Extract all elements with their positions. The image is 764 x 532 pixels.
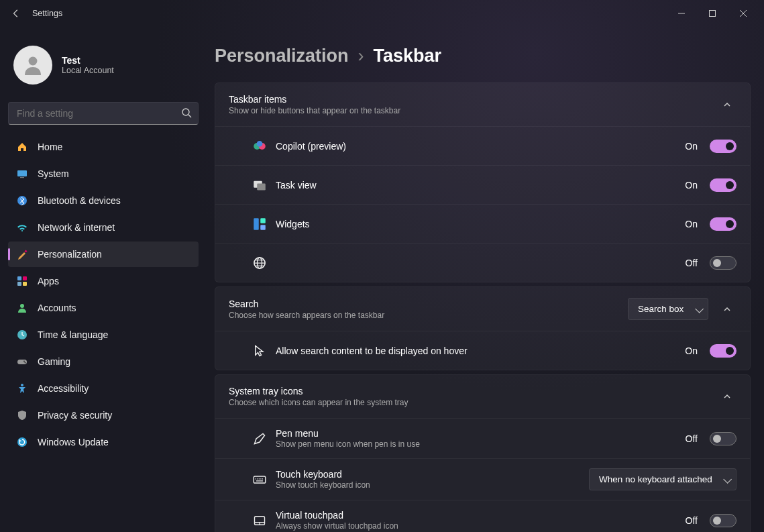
- toggle-widgets[interactable]: [710, 217, 736, 231]
- window-title: Settings: [32, 9, 62, 18]
- panel-header-search[interactable]: Search Choose how search appears on the …: [215, 287, 750, 331]
- close-button[interactable]: [728, 3, 759, 24]
- toggle-state: On: [685, 345, 698, 356]
- nav-privacy[interactable]: Privacy & security: [8, 403, 199, 428]
- nav-label: Gaming: [38, 356, 70, 367]
- nav-label: Time & language: [38, 329, 108, 340]
- svg-point-15: [25, 362, 26, 364]
- panel-system-tray: System tray icons Choose which icons can…: [215, 374, 751, 532]
- svg-rect-22: [257, 183, 266, 190]
- row-label: Touch keyboard: [276, 469, 580, 480]
- nav-accessibility[interactable]: Accessibility: [8, 376, 199, 401]
- svg-rect-13: [17, 360, 27, 364]
- copilot-icon: [253, 140, 266, 153]
- nav-personalization[interactable]: Personalization: [8, 242, 199, 267]
- user-subtitle: Local Account: [62, 66, 114, 75]
- minimize-button[interactable]: [666, 3, 697, 24]
- row-sublabel: Show pen menu icon when pen is in use: [276, 439, 676, 449]
- nav-label: Personalization: [38, 249, 102, 260]
- cursor-icon: [253, 344, 266, 358]
- nav-bluetooth[interactable]: Bluetooth & devices: [8, 188, 199, 213]
- nav-label: System: [38, 168, 69, 179]
- svg-rect-8: [23, 276, 27, 280]
- nav-label: Windows Update: [38, 437, 109, 447]
- chevron-up-icon: [718, 305, 736, 313]
- nav-network[interactable]: Network & internet: [8, 215, 199, 240]
- chevron-up-icon: [718, 101, 736, 109]
- panel-subtitle: Choose how search appears on the taskbar: [229, 311, 618, 320]
- toggle-state: On: [685, 141, 698, 152]
- chevron-up-icon: [718, 392, 736, 401]
- svg-rect-28: [254, 476, 266, 483]
- svg-rect-7: [17, 276, 21, 280]
- update-icon: [16, 436, 28, 448]
- panel-header-taskbar-items[interactable]: Taskbar items Show or hide buttons that …: [215, 83, 750, 126]
- personalization-icon: [16, 248, 28, 260]
- toggle-task-view[interactable]: [710, 178, 736, 192]
- nav-home[interactable]: Home: [8, 134, 199, 160]
- nav-label: Accessibility: [38, 383, 89, 394]
- bluetooth-icon: [16, 195, 28, 207]
- home-icon: [16, 141, 28, 153]
- nav-update[interactable]: Windows Update: [8, 429, 199, 455]
- nav-gaming[interactable]: Gaming: [8, 349, 199, 374]
- nav-label: Accounts: [38, 303, 76, 313]
- toggle-pen-menu[interactable]: [710, 432, 736, 445]
- svg-rect-0: [710, 11, 716, 17]
- row-label: Widgets: [276, 219, 675, 229]
- dropdown-search-mode[interactable]: Search box: [628, 298, 708, 320]
- nav-accounts[interactable]: Accounts: [8, 295, 199, 321]
- nav-system[interactable]: System: [8, 161, 199, 187]
- search-input[interactable]: [8, 102, 199, 125]
- panel-subtitle: Show or hide buttons that appear on the …: [229, 106, 708, 115]
- svg-rect-4: [20, 177, 24, 178]
- row-label: Allow search content to be displayed on …: [276, 345, 675, 356]
- svg-point-2: [182, 109, 189, 115]
- row-touch-keyboard: Touch keyboard Show touch keyboard icon …: [215, 458, 750, 500]
- row-virtual-touchpad: Virtual touchpad Always show virtual tou…: [215, 500, 750, 532]
- svg-point-16: [21, 384, 23, 386]
- svg-rect-25: [260, 225, 266, 230]
- toggle-state: Off: [686, 515, 698, 526]
- breadcrumb-parent[interactable]: Personalization: [215, 46, 349, 66]
- toggle-search-hover[interactable]: [710, 344, 736, 358]
- svg-rect-24: [260, 218, 266, 223]
- network-icon: [16, 221, 28, 233]
- svg-point-1: [29, 57, 38, 66]
- user-profile[interactable]: Test Local Account: [8, 27, 199, 99]
- search-field[interactable]: [8, 102, 199, 125]
- accounts-icon: [16, 302, 28, 314]
- nav-apps[interactable]: Apps: [8, 268, 199, 294]
- globe-icon: [253, 256, 266, 270]
- toggle-globe[interactable]: [710, 256, 736, 270]
- keyboard-icon: [253, 473, 266, 486]
- svg-point-14: [23, 361, 25, 362]
- row-label: Virtual touchpad: [276, 510, 676, 521]
- panel-title: System tray icons: [229, 386, 708, 396]
- panel-subtitle: Choose which icons can appear in the sys…: [229, 398, 708, 407]
- nav-label: Network & internet: [38, 222, 115, 233]
- row-label: Copilot (preview): [276, 141, 675, 152]
- panel-title: Taskbar items: [229, 94, 708, 105]
- row-copilot: Copilot (preview) On: [215, 126, 750, 165]
- maximize-button[interactable]: [697, 3, 728, 24]
- row-globe: Off: [215, 243, 750, 282]
- row-label: Pen menu: [276, 428, 676, 439]
- avatar: [13, 46, 52, 85]
- nav-label: Home: [38, 142, 62, 152]
- toggle-virtual-touchpad[interactable]: [710, 514, 736, 527]
- nav-time[interactable]: Time & language: [8, 322, 199, 348]
- svg-point-20: [257, 140, 263, 146]
- user-name: Test: [62, 55, 114, 66]
- svg-rect-10: [23, 282, 27, 286]
- dropdown-touch-keyboard[interactable]: When no keyboard attached: [589, 468, 736, 490]
- row-label: Task view: [276, 180, 675, 191]
- toggle-copilot[interactable]: [710, 140, 736, 153]
- gaming-icon: [16, 356, 28, 368]
- touchpad-icon: [253, 514, 266, 527]
- back-button[interactable]: [5, 3, 27, 24]
- nav-label: Privacy & security: [38, 410, 112, 421]
- panel-header-tray[interactable]: System tray icons Choose which icons can…: [215, 375, 750, 418]
- row-sublabel: Show touch keyboard icon: [276, 480, 580, 490]
- breadcrumb-current: Taskbar: [374, 46, 442, 66]
